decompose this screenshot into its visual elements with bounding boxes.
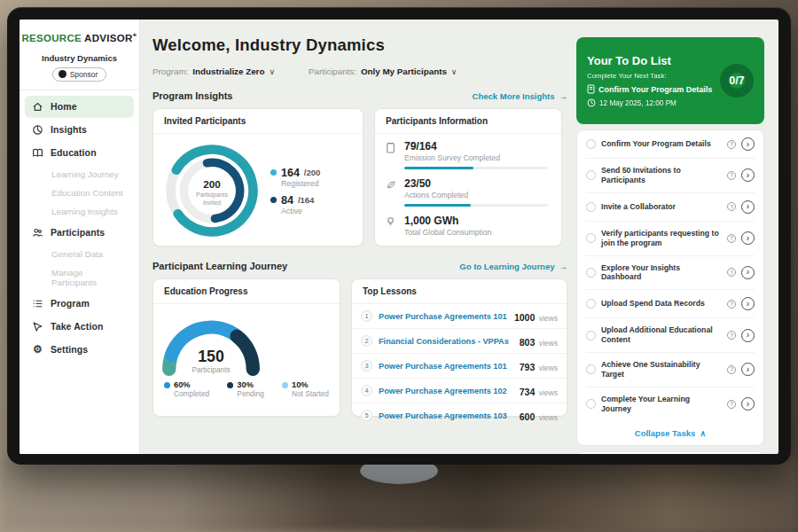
lesson-row[interactable]: 5 Power Purchase Agreements 103 600 view…: [352, 403, 567, 427]
lesson-link[interactable]: Power Purchase Agreements 101: [379, 362, 513, 371]
todo-item[interactable]: Explore Your Insights Dashboard ? ›: [586, 256, 755, 291]
svg-text:Participants: Participants: [196, 192, 228, 199]
sidebar-item-manage-participants[interactable]: Manage Participants: [20, 263, 139, 292]
sidebar-item-program[interactable]: Program: [25, 293, 134, 315]
svg-text:Participants: Participants: [192, 366, 230, 374]
legend-dot: [227, 382, 233, 388]
help-icon: ?: [727, 331, 736, 340]
insights-pie-icon: [32, 124, 43, 136]
chevron-right-button[interactable]: ›: [741, 200, 755, 214]
checkbox-icon[interactable]: [586, 202, 596, 212]
filter-label: Participants:: [309, 66, 356, 76]
rank-badge: 5: [361, 410, 372, 421]
todo-item[interactable]: Confirm Your Program Details ? ›: [586, 130, 755, 159]
education-gauge-chart: 150 Participants: [153, 311, 269, 377]
checkbox-icon[interactable]: [586, 233, 596, 243]
sidebar-item-take-action[interactable]: Take Action: [25, 316, 134, 338]
chevron-down-icon: ∨: [269, 67, 275, 76]
info-row-survey: 79/164 Emission Survey Completed: [375, 134, 561, 171]
sponsor-label: Sponsor: [70, 70, 98, 79]
participants-dropdown[interactable]: Participants: Only My Participants ∨: [309, 66, 457, 76]
info-row-consumption: 1,000 GWh Total Global Consumption: [375, 208, 561, 239]
arrow-right-icon: →: [559, 91, 568, 101]
check-more-insights-link[interactable]: Check More Insights →: [473, 91, 567, 101]
sidebar-item-settings[interactable]: ⚙ Settings: [25, 339, 134, 360]
take-action-icon: [32, 321, 43, 332]
clock-icon: [587, 98, 596, 107]
section-title: Participant Learning Journey: [153, 261, 287, 271]
lesson-link[interactable]: Power Purchase Agreements 102: [379, 387, 513, 395]
sidebar-item-education-content[interactable]: Education Content: [20, 184, 139, 202]
sidebar-item-label: Take Action: [51, 321, 103, 332]
checkbox-icon[interactable]: [586, 331, 596, 340]
sponsor-badge[interactable]: Sponsor: [52, 67, 107, 82]
bulb-icon: [386, 215, 398, 237]
todo-item[interactable]: Send 50 Invitations to Participants ? ›: [586, 159, 755, 193]
go-to-learning-journey-link[interactable]: Go to Learning Journey →: [459, 262, 567, 271]
filter-value: Industrialize Zero: [192, 66, 264, 76]
lesson-row[interactable]: 4 Power Purchase Agreements 102 734 view…: [352, 379, 567, 403]
sidebar-item-learning-journey[interactable]: Learning Journey: [20, 165, 139, 184]
collapse-tasks-link[interactable]: Collapse Tasks ∧: [586, 421, 755, 445]
lesson-link[interactable]: Financial Considerations - VPPAs: [379, 337, 513, 346]
chevron-right-button[interactable]: ›: [741, 168, 755, 182]
lesson-row[interactable]: 1 Power Purchase Agreements 101 1000 vie…: [352, 304, 567, 329]
home-icon: [32, 101, 43, 113]
learning-journey-header: Participant Learning Journey Go to Learn…: [153, 261, 567, 271]
chevron-right-button[interactable]: ›: [741, 329, 755, 342]
filter-bar: Program: Industrialize Zero ∨ Participan…: [153, 66, 576, 76]
todo-item[interactable]: Achieve One Sustainability Target ? ›: [586, 353, 755, 387]
chevron-right-button[interactable]: ›: [741, 397, 755, 411]
lesson-link[interactable]: Power Purchase Agreements 101: [379, 312, 508, 321]
checkbox-icon[interactable]: [586, 399, 596, 409]
gauge-legend: 60% Completed 30% Pending 10% Not Starte…: [153, 377, 340, 398]
task-doc-icon: [587, 84, 595, 94]
checkbox-icon[interactable]: [586, 299, 596, 309]
todo-due-date: 12 May 2025, 12:00 PM: [587, 98, 712, 107]
checkbox-icon[interactable]: [586, 268, 596, 278]
sidebar-item-label: Settings: [51, 344, 88, 355]
checkbox-icon[interactable]: [586, 364, 596, 374]
section-title: Program Insights: [153, 90, 232, 101]
chevron-right-button[interactable]: ›: [741, 297, 755, 310]
sidebar-item-home[interactable]: Home: [25, 96, 134, 118]
list-icon: [32, 298, 43, 309]
help-icon: ?: [727, 171, 736, 180]
rank-badge: 3: [361, 360, 372, 372]
lesson-link[interactable]: Power Purchase Agreements 103: [379, 411, 513, 420]
todo-title: Your To Do List: [587, 54, 712, 67]
todo-item[interactable]: Complete Your Learning Journey ? ›: [586, 387, 755, 421]
todo-item[interactable]: Upload Additional Educational Content ? …: [586, 318, 755, 353]
sidebar-item-general-data[interactable]: General Data: [20, 245, 139, 263]
program-dropdown[interactable]: Program: Industrialize Zero ∨: [153, 66, 275, 76]
sidebar-item-insights[interactable]: Insights: [25, 119, 134, 141]
chevron-right-button[interactable]: ›: [741, 266, 755, 279]
logo-secondary: ADVISOR: [84, 33, 133, 43]
logo-plus: +: [133, 31, 137, 39]
sidebar-item-learning-insights[interactable]: Learning Insights: [20, 202, 139, 221]
todo-item[interactable]: Invite a Collaborator ? ›: [586, 193, 755, 222]
card-title: Education Progress: [153, 279, 340, 304]
chevron-down-icon: ∨: [451, 67, 458, 76]
help-icon: ?: [727, 400, 736, 409]
arrow-right-icon: →: [559, 262, 568, 271]
sidebar-item-education[interactable]: Education: [25, 142, 134, 164]
chevron-right-button[interactable]: ›: [741, 137, 755, 151]
todo-item[interactable]: Verify participants requesting to join t…: [586, 222, 755, 256]
info-row-actions: 23/50 Actions Completed: [375, 171, 561, 208]
sidebar-item-label: Education: [51, 147, 97, 158]
todo-item[interactable]: Upload Spend Data Records ? ›: [586, 290, 755, 318]
recent-news-card: Recent News: [576, 451, 764, 455]
chevron-right-button[interactable]: ›: [741, 231, 755, 245]
legend-registered: 164 /200 Registered: [270, 167, 320, 188]
checkbox-icon[interactable]: [586, 139, 596, 149]
divider: [20, 90, 139, 90]
gear-icon: ⚙: [32, 344, 43, 355]
lesson-row[interactable]: 2 Financial Considerations - VPPAs 803 v…: [352, 329, 567, 354]
sidebar-item-label: Participants: [51, 227, 105, 238]
checkbox-icon[interactable]: [586, 170, 596, 180]
lesson-row[interactable]: 3 Power Purchase Agreements 101 793 view…: [352, 354, 567, 379]
sidebar-item-participants[interactable]: Participants: [25, 222, 134, 244]
chevron-right-button[interactable]: ›: [741, 363, 755, 376]
legend-active: 84 /164 Active: [270, 194, 320, 215]
